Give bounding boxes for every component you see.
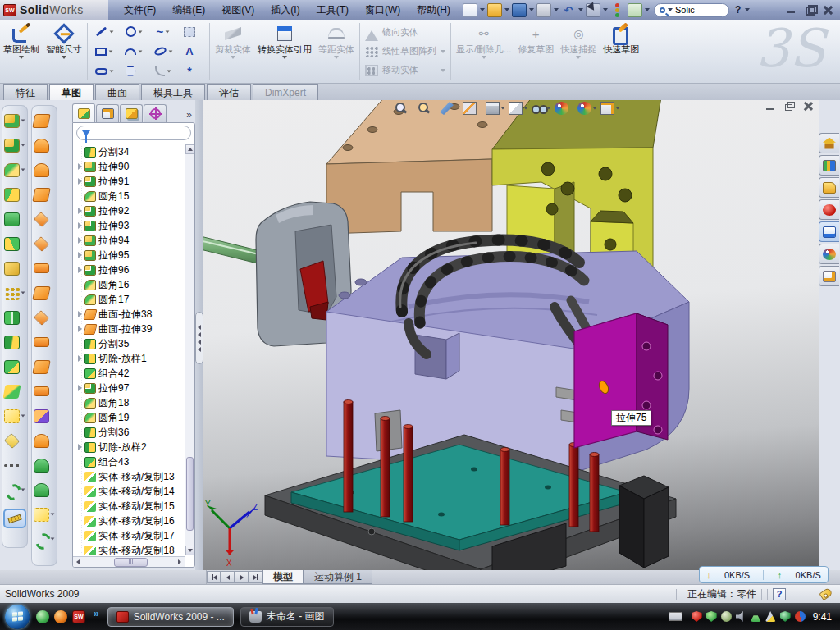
open-button[interactable] [487, 3, 502, 17]
panel-splitter[interactable] [195, 100, 203, 570]
property-manager-tab[interactable] [96, 104, 119, 122]
select-dropdown-icon[interactable] [603, 8, 608, 11]
tool-dropdown-icon[interactable] [138, 30, 142, 33]
command-tab[interactable]: 评估 [207, 84, 251, 100]
mirror-icon[interactable] [4, 307, 25, 328]
untrim-surface-icon[interactable] [34, 430, 55, 451]
freeform-surface-icon[interactable] [34, 282, 55, 304]
tree-item[interactable]: 分割34 [78, 144, 185, 159]
menu-item[interactable]: 帮助(H) [409, 1, 458, 20]
update-icon[interactable] [721, 611, 732, 622]
tree-item[interactable]: 曲面-拉伸38 [78, 307, 185, 322]
search-tab[interactable] [819, 199, 839, 220]
doc-close-button[interactable] [803, 102, 814, 111]
trim-entities-button[interactable]: 剪裁实体 [212, 20, 254, 83]
zoom-area-icon[interactable] [417, 102, 436, 115]
save-dropdown-icon[interactable] [529, 8, 534, 11]
expand-arrow-icon[interactable] [78, 222, 82, 229]
view-orientation-icon[interactable] [486, 102, 505, 115]
help-dropdown-icon[interactable] [745, 8, 750, 11]
print-dropdown-icon[interactable] [554, 8, 559, 11]
command-tab[interactable]: DimXpert [253, 84, 318, 100]
appearances-tab[interactable] [819, 244, 839, 264]
rapid-sketch-button[interactable]: 快速草图 [600, 20, 642, 83]
tree-item[interactable]: 圆角19 [78, 410, 185, 425]
tag-icon[interactable] [819, 587, 833, 600]
extended-surface-icon[interactable] [34, 159, 55, 180]
tool-dropdown-icon[interactable] [109, 50, 113, 52]
tree-item[interactable]: 圆角17 [78, 292, 185, 307]
input-language-icon[interactable] [669, 612, 682, 621]
mid-surface-icon[interactable] [34, 356, 55, 377]
tree-filter-box[interactable] [76, 126, 191, 140]
tree-item[interactable]: 拉伸95 [78, 248, 185, 262]
minimize-button[interactable] [786, 5, 797, 15]
volume-icon[interactable] [736, 611, 746, 622]
tool-dropdown-icon[interactable] [168, 50, 172, 52]
new-dropdown-icon[interactable] [480, 8, 485, 11]
expand-arrow-icon[interactable] [78, 385, 82, 391]
tree-horizontal-scrollbar[interactable] [73, 556, 185, 567]
extruded-cut-icon[interactable] [4, 135, 25, 156]
move-entities-button[interactable]: 移动实体 [365, 62, 445, 79]
wrap-icon[interactable] [4, 258, 25, 279]
text-tool[interactable]: A [178, 42, 208, 62]
tool-dropdown-icon[interactable] [166, 30, 170, 33]
security-shield-icon[interactable] [706, 611, 717, 622]
tree-item[interactable]: 组合42 [78, 366, 185, 381]
tree-item[interactable]: 分割36 [78, 425, 185, 440]
reference-geometry-icon[interactable] [4, 405, 25, 427]
section-view-icon[interactable] [463, 102, 482, 115]
hide-show-items-icon[interactable] [532, 102, 551, 115]
menu-item[interactable]: 文件(F) [116, 1, 163, 20]
messenger-icon[interactable] [36, 610, 49, 623]
combine-icon[interactable] [4, 356, 25, 377]
model-tab[interactable]: 模型 [262, 570, 304, 584]
spline-tool[interactable]: ~ [148, 22, 178, 42]
swept-surface-icon[interactable] [34, 110, 55, 131]
edit-appearance-icon[interactable] [555, 102, 574, 115]
tool-dropdown-icon[interactable] [139, 50, 143, 52]
expand-arrow-icon[interactable] [78, 237, 82, 244]
tree-item[interactable]: 实体-移动/复制16 [78, 514, 185, 528]
custom-properties-tab[interactable] [819, 266, 839, 286]
next-tab-button[interactable] [235, 571, 249, 583]
view-settings-icon[interactable] [600, 102, 620, 115]
close-button[interactable] [822, 5, 833, 15]
smart-dimension-button[interactable]: 智能尺寸 [43, 20, 85, 83]
wireless-warning-icon[interactable] [765, 611, 776, 622]
tree-item[interactable]: 实体-移动/复制14 [78, 484, 185, 499]
tree-item[interactable]: 拉伸96 [78, 262, 185, 277]
menu-item[interactable]: 窗口(W) [358, 1, 408, 20]
tree-item[interactable]: 圆角18 [78, 395, 185, 410]
tree-item[interactable]: 组合43 [78, 454, 185, 469]
ellipse-tool[interactable] [148, 42, 178, 62]
taskbar-task-button[interactable]: SolidWorks 2009 - ... [107, 607, 234, 627]
expand-arrow-icon[interactable] [78, 208, 82, 214]
convert-entities-button[interactable]: 转换实体引用 [254, 20, 315, 83]
tree-item[interactable]: 切除-放样1 [78, 351, 185, 366]
scrollbar-thumb[interactable] [114, 558, 148, 567]
undo-button[interactable]: ↶ [561, 3, 576, 17]
tree-item[interactable]: 拉伸94 [78, 233, 185, 248]
expand-arrow-icon[interactable] [78, 163, 82, 170]
display-delete-relations-button[interactable]: ⚯ 显示/删除几... [453, 20, 514, 83]
instant3d-button-pressed[interactable] [3, 509, 26, 528]
scroll-up-button[interactable] [185, 144, 195, 154]
scroll-left-button[interactable] [76, 559, 80, 564]
antivirus-icon[interactable] [692, 611, 702, 622]
rebuild-button[interactable] [610, 3, 625, 17]
dimxpert-manager-tab[interactable] [144, 104, 167, 122]
menu-item[interactable]: 插入(I) [263, 1, 307, 20]
tree-item[interactable]: 拉伸90 [78, 159, 185, 174]
delete-face-icon[interactable] [34, 307, 55, 328]
boss-extrude-icon[interactable] [4, 110, 25, 131]
quick-tips-button[interactable]: ? [773, 588, 786, 600]
magenta-insert-block[interactable] [574, 313, 668, 448]
trim-surface-icon[interactable] [34, 405, 55, 427]
expand-arrow-icon[interactable] [78, 311, 82, 317]
slot-tool[interactable] [89, 62, 119, 81]
search-box[interactable] [654, 3, 729, 17]
collapse-panel-handle[interactable] [195, 312, 203, 364]
tree-item[interactable]: 圆角16 [78, 277, 185, 292]
